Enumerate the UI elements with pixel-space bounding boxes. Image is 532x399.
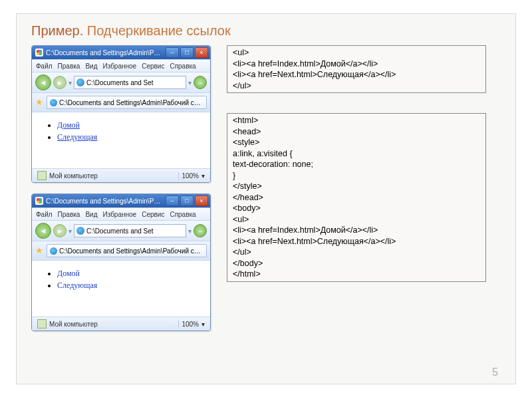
- app-icon: [35, 197, 43, 205]
- menu-help[interactable]: Справка: [170, 211, 196, 218]
- window-titlebar: C:\Documents and Settings\Admin\P… – □ ×: [32, 46, 210, 59]
- menubar: Файл Правка Вид Избранное Сервис Справка: [32, 207, 210, 221]
- favorites-star-icon[interactable]: ★: [35, 98, 45, 107]
- columns: C:\Documents and Settings\Admin\P… – □ ×…: [31, 45, 501, 342]
- menu-file[interactable]: Файл: [36, 63, 53, 70]
- left-column: C:\Documents and Settings\Admin\P… – □ ×…: [31, 45, 209, 342]
- titlebar-left: C:\Documents and Settings\Admin\P…: [35, 49, 160, 57]
- list-item: Следующая: [57, 279, 200, 291]
- toolbar-separator: ▾: [68, 79, 72, 86]
- list-item: Домой: [57, 119, 200, 131]
- tab-label: C:\Documents and Settings\Admin\Рабочий …: [59, 99, 201, 106]
- computer-icon: [37, 319, 47, 329]
- window-title: C:\Documents and Settings\Admin\P…: [46, 198, 160, 205]
- slide-title: Пример. Подчеркивание ссылок: [31, 23, 501, 39]
- window-buttons: – □ ×: [166, 196, 208, 206]
- address-text: C:\Documents and Set: [86, 79, 154, 86]
- title-prefix: Пример.: [31, 23, 83, 38]
- tab-favicon-icon: [50, 99, 57, 106]
- status-left: Мой компьютер: [37, 171, 98, 180]
- browser-mock-1: C:\Documents and Settings\Admin\P… – □ ×…: [31, 45, 211, 183]
- window-titlebar: C:\Documents and Settings\Admin\P… – □ ×: [32, 194, 210, 207]
- menu-favorites[interactable]: Избранное: [102, 63, 136, 70]
- status-bar: Мой компьютер 100% ▾: [32, 168, 210, 182]
- address-dropdown-icon[interactable]: ▾: [188, 227, 192, 235]
- link-list: Домой Следующая: [45, 119, 200, 143]
- back-button[interactable]: ◄: [35, 223, 51, 239]
- tab-label: C:\Documents and Settings\Admin\Рабочий …: [59, 247, 201, 255]
- back-button[interactable]: ◄: [35, 74, 51, 90]
- titlebar-left: C:\Documents and Settings\Admin\P…: [35, 197, 160, 205]
- close-button[interactable]: ×: [195, 47, 208, 58]
- home-link[interactable]: Домой: [57, 269, 80, 278]
- separator: [178, 172, 179, 180]
- list-item: Следующая: [57, 131, 200, 143]
- next-link[interactable]: Следующая: [57, 132, 97, 142]
- browser-tab[interactable]: C:\Documents and Settings\Admin\Рабочий …: [47, 244, 207, 257]
- favorites-star-icon[interactable]: ★: [35, 246, 45, 255]
- menu-edit[interactable]: Правка: [58, 63, 80, 70]
- address-toolbar: ◄ ► ▾ C:\Documents and Set ▾ →: [32, 221, 210, 241]
- status-bar: Мой компьютер 100% ▾: [32, 317, 210, 331]
- maximize-button[interactable]: □: [180, 47, 194, 58]
- forward-button[interactable]: ►: [53, 224, 66, 237]
- zoom-dropdown-icon[interactable]: ▾: [201, 172, 205, 180]
- zoom-value: 100%: [182, 321, 199, 328]
- home-link[interactable]: Домой: [57, 120, 80, 130]
- address-text: C:\Documents and Set: [86, 227, 154, 235]
- code-box-1: <ul> <li><a href=Index.html>Домой</a></l…: [227, 45, 486, 93]
- menubar: Файл Правка Вид Избранное Сервис Справка: [32, 59, 210, 72]
- tab-bar: ★ C:\Documents and Settings\Admin\Рабочи…: [32, 241, 210, 261]
- ie-icon: [76, 78, 84, 86]
- menu-favorites[interactable]: Избранное: [102, 211, 136, 218]
- menu-service[interactable]: Сервис: [142, 211, 164, 218]
- close-button[interactable]: ×: [195, 196, 208, 206]
- list-item: Домой: [57, 267, 200, 279]
- address-dropdown-icon[interactable]: ▾: [188, 79, 192, 86]
- window-buttons: – □ ×: [166, 47, 208, 58]
- link-list: Домой Следующая: [45, 267, 200, 291]
- page-content-1: Домой Следующая: [32, 112, 210, 168]
- maximize-button[interactable]: □: [180, 196, 194, 206]
- app-icon: [35, 49, 43, 57]
- tab-favicon-icon: [50, 247, 57, 255]
- go-button[interactable]: →: [194, 224, 207, 237]
- menu-file[interactable]: Файл: [36, 211, 53, 218]
- minimize-button[interactable]: –: [166, 47, 179, 58]
- menu-view[interactable]: Вид: [85, 211, 97, 218]
- address-toolbar: ◄ ► ▾ C:\Documents and Set ▾ →: [32, 72, 210, 93]
- ie-icon: [76, 227, 84, 235]
- window-title: C:\Documents and Settings\Admin\P…: [46, 49, 160, 57]
- toolbar-separator: ▾: [68, 227, 72, 235]
- browser-mock-2: C:\Documents and Settings\Admin\P… – □ ×…: [31, 194, 211, 331]
- address-bar[interactable]: C:\Documents and Set: [74, 76, 186, 89]
- status-left: Мой компьютер: [37, 319, 98, 329]
- separator: [178, 320, 179, 328]
- zoom-value: 100%: [182, 172, 199, 180]
- right-column: <ul> <li><a href=Index.html>Домой</a></l…: [227, 45, 486, 342]
- menu-help[interactable]: Справка: [170, 63, 196, 70]
- tab-bar: ★ C:\Documents and Settings\Admin\Рабочи…: [32, 93, 210, 112]
- status-text: Мой компьютер: [49, 172, 98, 180]
- status-right: 100% ▾: [178, 320, 205, 328]
- status-right: 100% ▾: [178, 172, 205, 180]
- minimize-button[interactable]: –: [166, 196, 179, 206]
- go-button[interactable]: →: [194, 76, 207, 89]
- menu-view[interactable]: Вид: [85, 63, 97, 70]
- page-content-2: Домой Следующая: [32, 261, 210, 317]
- status-text: Мой компьютер: [49, 321, 98, 328]
- computer-icon: [37, 171, 47, 180]
- forward-button[interactable]: ►: [53, 76, 66, 89]
- code-box-2: <html> <head> <style> a:link, a:visited …: [227, 113, 486, 282]
- title-rest: Подчеркивание ссылок: [83, 23, 230, 38]
- zoom-dropdown-icon[interactable]: ▾: [201, 321, 205, 328]
- slide: Пример. Подчеркивание ссылок C:\Document…: [16, 13, 516, 384]
- address-bar[interactable]: C:\Documents and Set: [74, 224, 186, 237]
- next-link[interactable]: Следующая: [57, 281, 97, 290]
- menu-service[interactable]: Сервис: [142, 63, 164, 70]
- menu-edit[interactable]: Правка: [58, 211, 80, 218]
- browser-tab[interactable]: C:\Documents and Settings\Admin\Рабочий …: [47, 96, 207, 109]
- page-number: 5: [492, 366, 498, 378]
